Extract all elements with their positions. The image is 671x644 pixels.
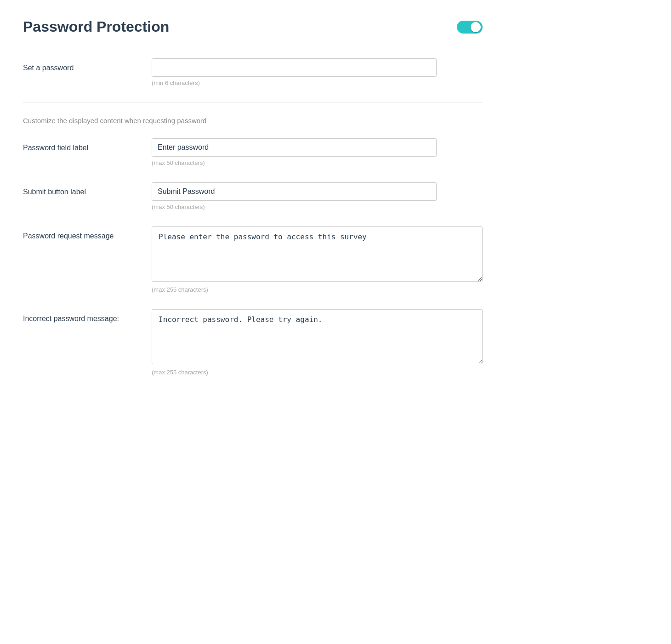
password-protection-toggle[interactable] [457,21,483,34]
set-password-input[interactable] [152,58,437,77]
toggle-slider [457,21,483,34]
password-request-message-hint: (max 255 characters) [152,286,483,293]
customize-description: Customize the displayed content when req… [23,117,483,124]
set-password-field-group: (min 6 characters) [152,58,483,86]
incorrect-password-message-hint: (max 255 characters) [152,369,483,376]
password-request-message-row: Password request message (max 255 charac… [23,226,483,293]
password-request-message-label: Password request message [23,226,152,241]
password-field-label-row: Password field label (max 50 characters) [23,138,483,166]
password-field-label-input[interactable] [152,138,437,157]
set-password-hint: (min 6 characters) [152,79,483,86]
set-password-row: Set a password (min 6 characters) [23,58,483,86]
divider-1 [23,102,483,103]
incorrect-password-message-label: Incorrect password message: [23,309,152,324]
submit-button-label-input[interactable] [152,182,437,201]
page-title: Password Protection [23,18,169,35]
submit-button-label-text: Submit button label [23,182,152,197]
submit-button-label-group: (max 50 characters) [152,182,483,210]
set-password-label: Set a password [23,58,152,73]
submit-button-label-hint: (max 50 characters) [152,203,483,210]
incorrect-password-message-row: Incorrect password message: (max 255 cha… [23,309,483,376]
password-request-message-group: (max 255 characters) [152,226,483,293]
submit-button-label-row: Submit button label (max 50 characters) [23,182,483,210]
password-field-label-group: (max 50 characters) [152,138,483,166]
incorrect-password-message-group: (max 255 characters) [152,309,483,376]
incorrect-password-message-textarea[interactable] [152,309,483,364]
password-field-label-hint: (max 50 characters) [152,159,483,166]
password-field-label-text: Password field label [23,138,152,153]
password-request-message-textarea[interactable] [152,226,483,282]
